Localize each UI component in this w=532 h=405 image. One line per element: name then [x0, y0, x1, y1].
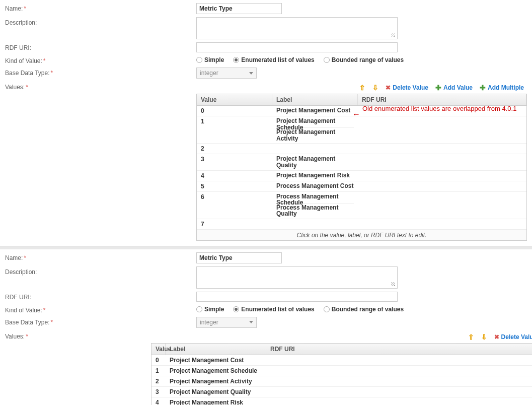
add-value-button[interactable]: ✚Add Value [435, 84, 473, 92]
table-row[interactable]: 5Process Management Cost [197, 181, 526, 192]
values-label: Values:* [5, 82, 55, 241]
description-label: Description: [5, 17, 55, 26]
delete-value-button[interactable]: ✖Delete Value [386, 84, 428, 91]
col-label-header: Label [166, 344, 266, 355]
annotation-overlap: Old enumerated list values are overlappe… [362, 105, 516, 112]
col-value-header: Value [197, 94, 272, 105]
base-type-combo[interactable]: integer [196, 317, 257, 328]
base-type-combo[interactable]: integer [196, 68, 257, 79]
table-row[interactable]: 1Project Management ScheduleProject Mana… [197, 116, 526, 144]
radio-bounded[interactable]: Bounded range of values [324, 306, 404, 313]
values-table: Value Label RDF URI 0Project Management … [196, 94, 527, 241]
rdf-input[interactable] [196, 292, 398, 302]
table-row[interactable]: 4Project Management Risk [197, 171, 526, 181]
values-label: Values:* [5, 331, 55, 405]
col-value-header: Value [151, 344, 166, 355]
radio-simple[interactable]: Simple [196, 306, 224, 313]
radio-enum[interactable]: Enumerated list of values [233, 306, 314, 313]
table-row[interactable]: 3Project Management Quality [197, 154, 526, 170]
values-toolbar: ⇧ ⇩ ✖Delete Value ✚Add Value ✚Add Multip… [151, 331, 532, 343]
table-row[interactable]: 7 [197, 219, 526, 230]
kind-radio-group: Simple Enumerated list of values Bounded… [196, 55, 527, 63]
base-label: Base Data Type:* [5, 68, 55, 77]
kind-label: Kind of Value:* [5, 305, 55, 314]
name-label: Name:* [5, 252, 55, 261]
arrow-icon: ← [352, 110, 360, 119]
values-toolbar: ⇧ ⇩ ✖Delete Value ✚Add Value ✚Add Multip… [196, 82, 527, 94]
move-down-icon[interactable]: ⇩ [481, 333, 487, 341]
move-down-icon[interactable]: ⇩ [372, 84, 378, 91]
kind-radio-group: Simple Enumerated list of values Bounded… [196, 305, 527, 313]
rdf-input[interactable] [196, 42, 398, 52]
radio-simple[interactable]: Simple [196, 56, 224, 63]
table-row[interactable]: 3Project Management Quality [151, 387, 532, 397]
plus-icon: ✚ [435, 84, 441, 92]
rdf-label: RDF URI: [5, 292, 55, 301]
radio-enum[interactable]: Enumerated list of values [233, 56, 314, 63]
table-row[interactable]: 4Project Management Risk [151, 397, 532, 405]
chevron-down-icon [249, 72, 253, 75]
col-rdf-header: RDF URI [266, 344, 532, 355]
col-label-header: Label [272, 94, 358, 105]
chevron-down-icon [249, 321, 253, 323]
description-textarea[interactable] [196, 17, 398, 39]
name-input[interactable] [196, 252, 282, 263]
values-table: Value Label RDF URI 0Project Management … [151, 343, 532, 405]
delete-icon: ✖ [386, 84, 391, 91]
description-label: Description: [5, 266, 55, 276]
table-row[interactable]: 0Project Management Cost [151, 355, 532, 366]
delete-value-button[interactable]: ✖Delete Value [494, 333, 532, 341]
edit-hint: Click on the value, label, or RDF URI te… [197, 230, 526, 240]
add-multiple-button[interactable]: ✚Add Multiple [480, 84, 524, 92]
delete-icon: ✖ [494, 333, 499, 341]
kind-label: Kind of Value:* [5, 55, 55, 64]
move-up-icon[interactable]: ⇧ [468, 333, 474, 341]
name-input[interactable] [196, 3, 282, 14]
table-row[interactable]: 2 [197, 144, 526, 154]
move-up-icon[interactable]: ⇧ [359, 84, 365, 91]
table-row[interactable]: 2Project Management Activity [151, 376, 532, 387]
rdf-label: RDF URI: [5, 42, 55, 51]
col-rdf-header: RDF URI [358, 94, 526, 105]
base-label: Base Data Type:* [5, 317, 55, 326]
name-label: Name:* [5, 3, 55, 12]
description-textarea[interactable] [196, 266, 398, 289]
radio-bounded[interactable]: Bounded range of values [324, 56, 404, 63]
table-row[interactable]: 1Project Management Schedule [151, 366, 532, 376]
plus-icon: ✚ [480, 84, 486, 92]
table-row[interactable]: 6Process Management ScheduleProcess Mana… [197, 192, 526, 219]
